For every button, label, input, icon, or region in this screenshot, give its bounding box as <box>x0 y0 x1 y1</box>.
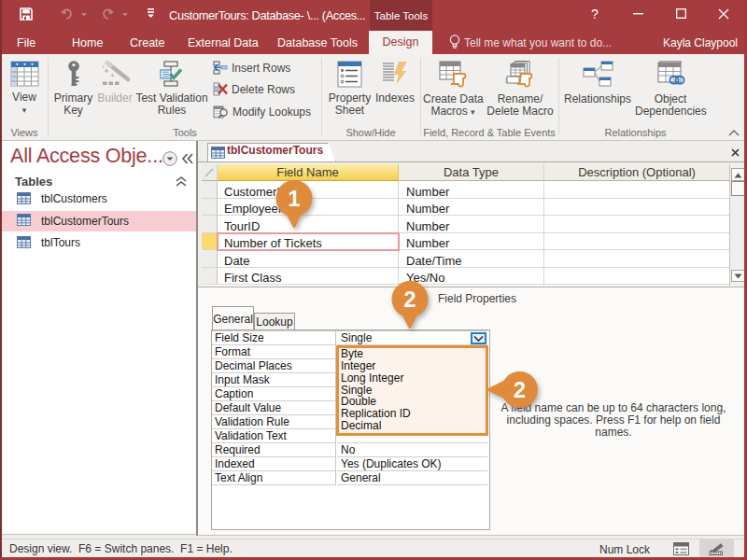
svg-text:1: 1 <box>288 186 300 211</box>
svg-text:2: 2 <box>403 287 416 312</box>
svg-text:2: 2 <box>514 377 526 402</box>
